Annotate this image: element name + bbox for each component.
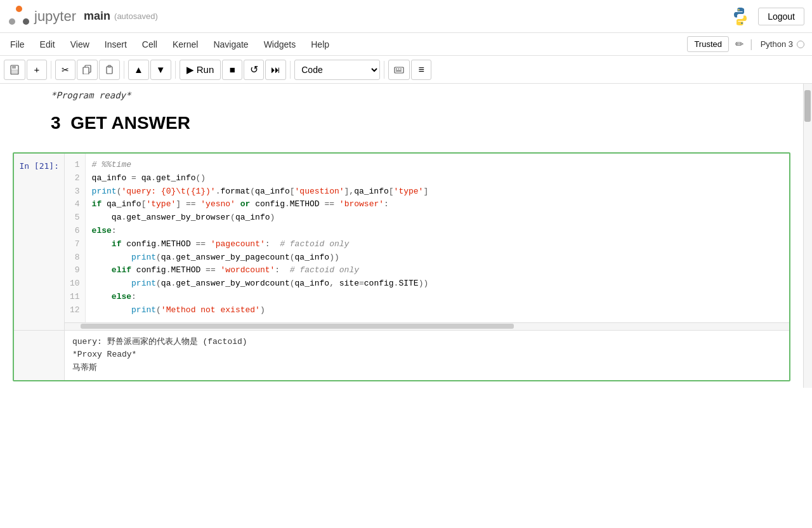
menu-edit[interactable]: Edit	[32, 36, 63, 53]
main-content: *Program ready* 3 GET ANSWER In [21]: 12…	[0, 84, 803, 388]
kernel-name-label: Python 3	[761, 39, 793, 49]
toolbar-separator-1	[51, 61, 51, 79]
right-scrollbar[interactable]	[803, 84, 812, 388]
toolbar-separator-4	[290, 61, 291, 79]
svg-rect-7	[11, 70, 18, 74]
code-scrollbar-thumb	[81, 324, 514, 329]
restart-icon: ↺	[250, 63, 258, 76]
svg-rect-9	[83, 67, 89, 74]
menu-separator: |	[750, 37, 753, 51]
section-number: 3	[51, 113, 61, 133]
code-cell[interactable]: In [21]: 12345 678910 1112 # %%time qa_i…	[13, 152, 790, 381]
move-down-icon: ▼	[156, 64, 166, 75]
output-line-3: 马蒂斯	[72, 362, 782, 375]
cell-type-select[interactable]: Code Markdown Raw NBConvert	[294, 60, 380, 80]
paste-button[interactable]	[99, 60, 120, 80]
code-horizontal-scrollbar[interactable]	[65, 322, 789, 330]
copy-icon	[82, 65, 92, 74]
move-down-button[interactable]: ▼	[150, 60, 171, 80]
pencil-icon-button[interactable]: ✏	[731, 37, 747, 51]
stop-button[interactable]: ■	[222, 60, 242, 80]
cell-prompt: In [21]:	[14, 154, 65, 330]
toolbar-separator-5	[384, 61, 384, 79]
top-bar-right: Logout	[729, 5, 804, 28]
svg-point-2	[23, 18, 29, 25]
svg-rect-15	[400, 69, 402, 70]
save-button[interactable]	[4, 60, 25, 80]
cell-input[interactable]: 12345 678910 1112 # %%time qa_info = qa.…	[65, 154, 789, 330]
menu-view[interactable]: View	[63, 36, 97, 53]
restart-run-all-button[interactable]: ⏭	[265, 60, 286, 80]
program-ready-text: *Program ready*	[51, 90, 790, 100]
command-palette-button[interactable]: ≡	[411, 60, 431, 80]
section-title: GET ANSWER	[70, 113, 190, 133]
save-icon	[10, 65, 20, 75]
menu-widgets[interactable]: Widgets	[256, 36, 304, 53]
markdown-area: *Program ready* 3 GET ANSWER	[0, 84, 803, 152]
toolbar: + ✂ ▲ ▼ ▶ Run ■ ↺ ⏭ Code Markdown Ra	[0, 56, 812, 84]
kernel-info: Python 3	[756, 39, 809, 49]
svg-rect-12	[395, 67, 403, 73]
menu-navigate[interactable]: Navigate	[206, 36, 256, 53]
jupyter-wordmark: jupyter	[34, 8, 76, 25]
svg-rect-13	[396, 69, 397, 70]
jupyter-logo: jupyter	[8, 5, 76, 28]
run-button[interactable]: ▶ Run	[180, 60, 221, 80]
cut-icon: ✂	[62, 65, 69, 75]
svg-rect-14	[398, 69, 400, 70]
move-up-icon: ▲	[134, 64, 143, 75]
notebook-title[interactable]: main	[84, 10, 110, 23]
add-icon: +	[34, 64, 40, 75]
output-content: query: 野兽派画家的代表人物是 (factoid) *Proxy Read…	[65, 331, 789, 380]
add-cell-button[interactable]: +	[27, 60, 47, 80]
svg-rect-11	[108, 65, 111, 67]
keyboard-icon	[394, 65, 404, 75]
menu-file[interactable]: File	[3, 36, 32, 53]
run-label: Run	[197, 64, 214, 75]
scrollbar-thumb	[804, 90, 811, 122]
section-heading: 3 GET ANSWER	[51, 113, 790, 133]
toolbar-separator-2	[124, 61, 124, 79]
svg-point-3	[738, 9, 739, 10]
line-numbers: 12345 678910 1112	[65, 154, 86, 322]
code-content[interactable]: # %%time qa_info = qa.get_info() print('…	[86, 154, 789, 322]
cell-input-area: In [21]: 12345 678910 1112 # %%time qa_i…	[14, 154, 789, 330]
run-icon: ▶	[187, 64, 194, 76]
move-up-button[interactable]: ▲	[128, 60, 149, 80]
code-area: 12345 678910 1112 # %%time qa_info = qa.…	[65, 154, 789, 322]
svg-point-1	[9, 18, 15, 25]
cell-output: query: 野兽派画家的代表人物是 (factoid) *Proxy Read…	[14, 330, 789, 380]
svg-rect-6	[12, 65, 16, 69]
output-prompt	[14, 331, 65, 380]
output-line-1: query: 野兽派画家的代表人物是 (factoid)	[72, 336, 782, 349]
menu-help[interactable]: Help	[303, 36, 337, 53]
restart-run-all-icon: ⏭	[271, 64, 280, 75]
output-line-2: *Proxy Ready*	[72, 348, 782, 362]
top-bar: jupyter main (autosaved) Logout	[0, 0, 812, 33]
autosaved-label: (autosaved)	[114, 11, 158, 21]
toolbar-separator-3	[175, 61, 176, 79]
kernel-status-circle	[797, 41, 804, 48]
trusted-button[interactable]: Trusted	[687, 36, 729, 52]
svg-point-4	[741, 22, 742, 23]
logout-button[interactable]: Logout	[758, 8, 804, 25]
menu-bar-right: Trusted ✏ | Python 3	[687, 36, 809, 52]
svg-rect-16	[396, 70, 402, 72]
svg-point-0	[16, 6, 22, 12]
menu-kernel[interactable]: Kernel	[165, 36, 206, 53]
python-icon	[729, 5, 752, 28]
command-palette-icon: ≡	[419, 64, 424, 76]
menu-bar: File Edit View Insert Cell Kernel Naviga…	[0, 33, 812, 56]
stop-icon: ■	[230, 64, 235, 75]
cut-button[interactable]: ✂	[55, 60, 75, 80]
jupyter-logo-icon	[8, 5, 30, 28]
svg-rect-10	[107, 67, 112, 74]
keyboard-shortcuts-button[interactable]	[388, 60, 410, 80]
copy-button[interactable]	[77, 60, 98, 80]
menu-cell[interactable]: Cell	[134, 36, 165, 53]
menu-insert[interactable]: Insert	[97, 36, 134, 53]
content-wrapper: *Program ready* 3 GET ANSWER In [21]: 12…	[0, 84, 812, 388]
restart-button[interactable]: ↺	[244, 60, 264, 80]
paste-icon	[105, 65, 114, 74]
